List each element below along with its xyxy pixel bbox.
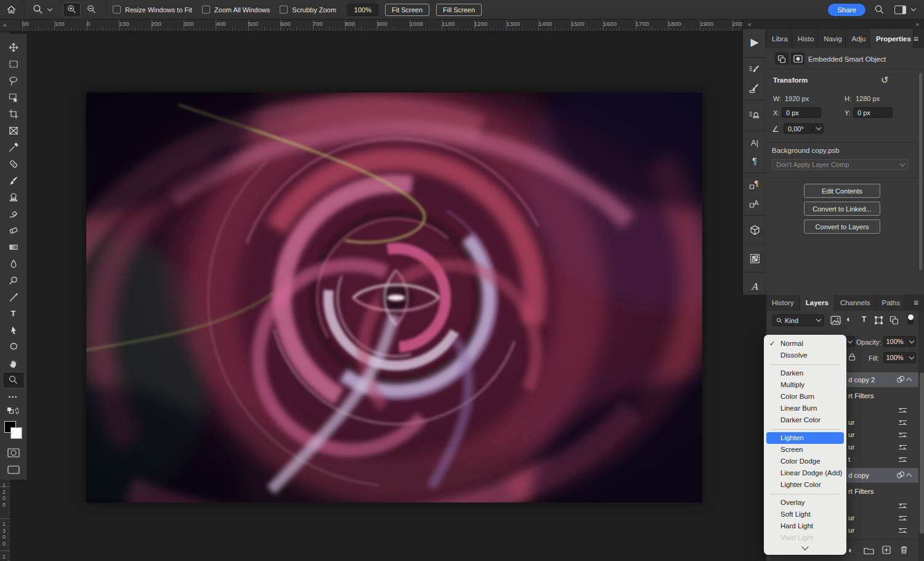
layers-scrollbar-thumb[interactable] — [920, 372, 924, 534]
blend-mode-linear-dodge-add-[interactable]: Linear Dodge (Add) — [764, 467, 846, 479]
checkbox-icon[interactable] — [280, 6, 288, 14]
tool-marquee[interactable] — [2, 55, 25, 72]
fill-input[interactable]: 100% — [883, 352, 906, 363]
option-checkbox-0[interactable]: Resize Windows to Fit — [113, 6, 192, 14]
panel-icon-brush-settings[interactable] — [743, 60, 766, 79]
new-adjustment-layer-icon[interactable]: ◐ — [848, 545, 853, 555]
tool-frame[interactable] — [2, 122, 25, 139]
blend-mode-color-burn[interactable]: Color Burn — [764, 391, 846, 403]
edit-toolbar-button[interactable]: ••• — [2, 388, 25, 405]
mask-tile[interactable] — [791, 52, 804, 65]
new-layer-icon[interactable] — [881, 545, 891, 555]
filter-shape-icon[interactable] — [874, 316, 883, 325]
tool-brush[interactable] — [2, 172, 25, 189]
delete-layer-icon[interactable] — [899, 545, 909, 555]
convert-to-linked-button[interactable]: Convert to Linked... — [804, 202, 880, 216]
panel-icon-glyphs[interactable]: A — [743, 275, 766, 298]
swap-colors-button[interactable] — [2, 405, 25, 417]
blend-mode-lighten[interactable]: Lighten — [766, 432, 844, 444]
hamburger-icon[interactable]: ≡ — [914, 298, 918, 308]
blend-mode-dissolve[interactable]: Dissolve — [764, 350, 846, 361]
panel-icon-patterns[interactable] — [743, 247, 766, 269]
tab-libra[interactable]: Libra — [766, 29, 792, 48]
share-button[interactable]: Share — [828, 4, 865, 16]
filter-options-icon[interactable] — [898, 406, 907, 416]
layer-filter-select[interactable]: Kind — [772, 314, 824, 326]
reset-transform-icon[interactable]: ↺ — [881, 75, 889, 86]
collapse-chevron-icon[interactable] — [906, 378, 912, 384]
double-chevron-left-icon[interactable]: « — [748, 21, 752, 28]
current-tool-zoom[interactable] — [32, 4, 52, 15]
opacity-dropdown-button[interactable] — [907, 336, 916, 347]
tool-path-selection[interactable] — [2, 322, 25, 338]
filter-type-icon[interactable]: T — [862, 315, 866, 324]
filter-options-icon[interactable] — [898, 526, 907, 536]
angle-dropdown-button[interactable] — [813, 123, 824, 134]
panel-icon-clone-source[interactable] — [743, 103, 766, 128]
angle-input[interactable]: 0,00° — [784, 123, 813, 134]
fit-screen-button[interactable]: Fit Screen — [385, 4, 429, 16]
zoom-in-button[interactable] — [63, 2, 81, 17]
blend-mode-lighter-color[interactable]: Lighter Color — [764, 479, 846, 491]
opacity-input[interactable]: 100% — [883, 336, 906, 347]
smart-filters-badge-icon[interactable] — [896, 375, 906, 385]
new-group-icon[interactable] — [864, 546, 874, 555]
hamburger-icon[interactable]: ≡ — [914, 34, 918, 44]
tool-history-brush[interactable] — [2, 205, 25, 222]
filter-options-icon[interactable] — [898, 514, 907, 523]
screen-mode-button[interactable] — [2, 461, 25, 478]
tool-eraser[interactable] — [2, 222, 25, 239]
fill-screen-button[interactable]: Fill Screen — [436, 4, 482, 16]
blend-mode-linear-burn[interactable]: Linear Burn — [764, 403, 846, 414]
zoom-out-button[interactable] — [83, 3, 100, 17]
tool-move[interactable] — [2, 39, 25, 55]
tab-layers[interactable]: Layers — [800, 295, 835, 311]
panel-icon-character[interactable]: A| — [743, 133, 766, 152]
canvas-document[interactable] — [86, 92, 702, 502]
layer-comp-select[interactable]: Don't Apply Layer Comp — [772, 159, 909, 170]
panel-icon-brushes[interactable] — [743, 79, 766, 97]
blend-mode-hard-light[interactable]: Hard Light — [764, 520, 846, 532]
blend-mode-overlay[interactable]: Overlay — [764, 497, 846, 509]
tab-channels[interactable]: Channels — [835, 295, 877, 311]
filter-options-icon[interactable] — [898, 502, 907, 511]
tool-healing-brush[interactable] — [2, 155, 25, 172]
tool-hand[interactable] — [2, 355, 25, 372]
smart-object-badge-tile[interactable] — [775, 52, 788, 65]
tool-lasso[interactable] — [2, 72, 25, 89]
filter-adjustment-icon[interactable]: ◐ — [846, 314, 851, 324]
filter-options-icon[interactable] — [898, 419, 907, 428]
blend-mode-normal[interactable]: ✓Normal — [764, 338, 846, 350]
filter-toggle-switch[interactable] — [907, 314, 914, 325]
tab-history[interactable]: History — [766, 295, 800, 311]
zoom-level-button[interactable]: 100% — [347, 4, 378, 16]
tab-histo[interactable]: Histo — [792, 29, 818, 48]
collapse-chevron-icon[interactable] — [906, 473, 912, 480]
tab-properties[interactable]: Properties — [870, 29, 914, 48]
filter-image-icon[interactable] — [830, 316, 841, 325]
properties-scrollbar[interactable] — [919, 73, 922, 270]
filter-options-icon[interactable] — [898, 456, 907, 465]
layers-scrollbar-track[interactable] — [918, 311, 924, 561]
x-input[interactable]: 0 px — [782, 107, 821, 118]
edit-contents-button[interactable]: Edit Contents — [804, 184, 880, 198]
search-icon[interactable] — [874, 4, 885, 15]
tool-pen[interactable] — [2, 289, 25, 305]
tab-paths[interactable]: Paths — [876, 295, 906, 311]
tool-zoom[interactable] — [2, 372, 25, 388]
panel-icon-paragraph-styles[interactable]: ¶ — [743, 176, 766, 194]
tool-eyedropper[interactable] — [2, 139, 25, 155]
fill-dropdown-button[interactable] — [907, 352, 916, 363]
tool-blur[interactable] — [2, 255, 25, 272]
background-color-swatch[interactable] — [10, 427, 22, 439]
panel-icon-3d[interactable] — [743, 218, 766, 242]
lock-icon[interactable] — [848, 353, 856, 361]
tool-dodge[interactable] — [2, 272, 25, 289]
option-checkbox-2[interactable]: Scrubby Zoom — [280, 6, 336, 14]
smart-filters-badge-icon[interactable] — [896, 471, 906, 480]
option-checkbox-1[interactable]: Zoom All Windows — [202, 6, 270, 14]
blend-mode-vivid-light[interactable]: Vivid Light — [764, 532, 846, 544]
blend-mode-darker-color[interactable]: Darker Color — [764, 414, 846, 426]
quick-mask-button[interactable] — [2, 444, 25, 461]
double-chevron-right-icon[interactable]: » — [915, 21, 919, 28]
